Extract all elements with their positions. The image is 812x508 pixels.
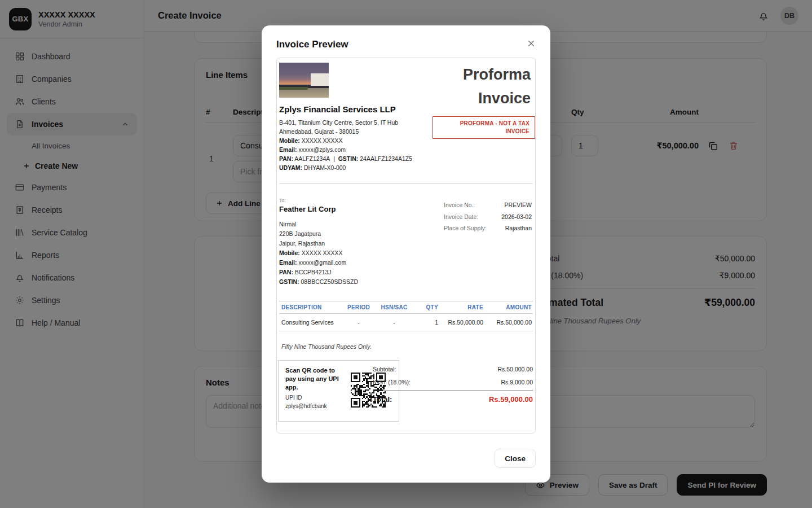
invoice-date: 2026-03-02 xyxy=(501,211,532,223)
company-name: Zplys Financial Services LLP xyxy=(279,104,396,114)
to-label: To: xyxy=(279,198,286,203)
invoice-meta: Invoice No.:PREVIEW Invoice Date:2026-03… xyxy=(444,199,532,234)
proforma-stamp: PROFORMA - NOT A TAX INVOICE xyxy=(433,116,535,139)
invoice-table-row: Consulting Services - - 1 Rs.50,000.00 R… xyxy=(279,314,533,331)
invoice-preview-modal: Invoice Preview Proforma Invoice Zplys F… xyxy=(262,25,550,483)
place-of-supply: Rajasthan xyxy=(505,222,532,234)
modal-title: Invoice Preview xyxy=(276,39,348,50)
invoice-total-value: Rs.59,000.00 xyxy=(489,395,533,404)
invoice-heading: Proforma Invoice xyxy=(435,63,531,110)
modal-close-icon[interactable] xyxy=(523,36,539,51)
qr-instruction: Scan QR code to pay using any UPI app. xyxy=(285,366,343,392)
section-divider xyxy=(279,183,533,184)
company-address: B-401, Titanium City Centre, Sector 5, I… xyxy=(279,118,412,172)
company-logo-photo xyxy=(279,63,329,98)
client-name: Feather Lit Corp xyxy=(279,205,336,213)
totals-divider xyxy=(373,391,533,391)
close-button[interactable]: Close xyxy=(495,449,536,468)
invoice-totals: Subtotal:Rs.50,000.00 IGST (18.0%):Rs.9,… xyxy=(373,363,533,404)
invoice-items-table: DESCRIPTION PERIOD HSN/SAC QTY RATE AMOU… xyxy=(279,301,533,331)
invoice-document: Proforma Invoice Zplys Financial Service… xyxy=(276,58,536,433)
upi-id-label: UPI ID xyxy=(285,395,343,401)
invoice-number: PREVIEW xyxy=(505,199,532,211)
upi-id-value: zplys@hdfcbank xyxy=(285,403,343,409)
client-address: Nirmal 220B Jagatpura Jaipur, Rajasthan … xyxy=(279,220,358,287)
invoice-amount-words: Fifty Nine Thousand Rupees Only. xyxy=(281,343,372,350)
